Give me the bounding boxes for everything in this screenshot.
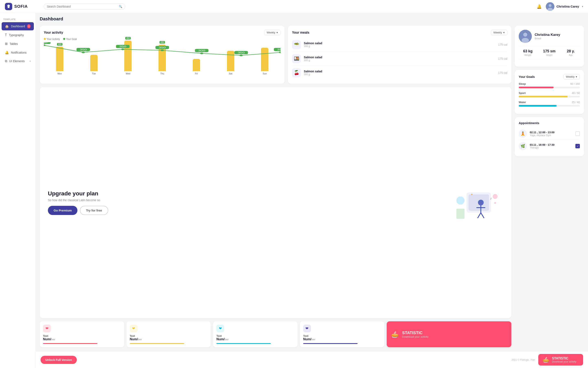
stats-row: ❤ Text Num/ber ❤ Text Num/ber ❤ Text Num… bbox=[40, 321, 511, 347]
sidebar-item-typography[interactable]: T Typography bbox=[2, 31, 34, 39]
svg-point-22 bbox=[279, 52, 281, 53]
meal-info-1: Salmon salad 300 g bbox=[304, 56, 495, 62]
appointments-title: Appointments bbox=[519, 121, 580, 125]
sidebar-item-ui-elements[interactable]: ⧉ UI Elements › bbox=[2, 57, 34, 65]
sidebar: TEMPLATE 🏠 Dashboard 9 T Typography ⊞ Ta… bbox=[0, 13, 36, 368]
upgrade-subtitle: So how did the classical Latin become so bbox=[48, 198, 445, 202]
goals-dropdown[interactable]: Weekly ▾ bbox=[563, 74, 580, 80]
sidebar-badge-dashboard: 9 bbox=[27, 24, 31, 28]
unlock-button[interactable]: Unlock Full Version bbox=[41, 356, 77, 364]
stat-num-0: Num/ber bbox=[43, 337, 121, 341]
logo-area: SOFIA bbox=[5, 3, 41, 10]
dropdown-arrow-icon-meals: ▾ bbox=[503, 31, 505, 34]
profile-stat-0: 63 kg Weight bbox=[519, 49, 537, 56]
svg-text:♪: ♪ bbox=[490, 197, 492, 200]
sidebar-label-notifications: Notifications bbox=[11, 51, 27, 54]
stat-icon-0: ❤ bbox=[43, 325, 51, 332]
sidebar-item-tables[interactable]: ⊞ Tables bbox=[2, 40, 34, 48]
meals-dropdown[interactable]: Weekly ▾ bbox=[491, 30, 507, 35]
profile-stat-label-0: Weight bbox=[519, 54, 537, 56]
search-icon: 🔍 bbox=[119, 5, 122, 8]
meal-amount-2: 300 g bbox=[304, 73, 495, 76]
meal-row-1: 🍱 Salmon salad 300 g 175 cal bbox=[292, 52, 507, 66]
stat-num-1: Num/ber bbox=[130, 337, 208, 341]
profile-stat-label-2: Age bbox=[562, 54, 580, 56]
stat-text-1: Text bbox=[130, 334, 208, 337]
activity-dropdown[interactable]: Weekly ▾ bbox=[264, 30, 281, 35]
sidebar-item-dashboard[interactable]: 🏠 Dashboard 9 bbox=[2, 22, 34, 30]
stat-card-0: ❤ Text Num/ber bbox=[40, 321, 124, 347]
meal-calories-1: 175 cal bbox=[498, 57, 507, 60]
goal-label-row-1: Sport 40 / 50 bbox=[519, 92, 580, 94]
stat-card-2: ❤ Text Num/ber bbox=[213, 321, 297, 347]
stat-text-0: Text bbox=[43, 334, 121, 337]
stat-icon-1: ❤ bbox=[130, 325, 138, 332]
sidebar-section-label: TEMPLATE bbox=[0, 16, 36, 22]
meal-icon-1: 🍱 bbox=[292, 54, 301, 63]
upgrade-actions: Go Premium Try for free bbox=[48, 206, 445, 215]
upgrade-card: Upgrade your plan So how did the classic… bbox=[40, 87, 511, 318]
main-layout: TEMPLATE 🏠 Dashboard 9 T Typography ⊞ Ta… bbox=[0, 13, 588, 368]
meal-name-2: Salmon salad bbox=[304, 70, 495, 73]
goals-title: Your Goals bbox=[519, 75, 535, 78]
pie-chart-icon: 🥧 bbox=[542, 356, 550, 363]
svg-text:350: 350 bbox=[44, 42, 47, 44]
svg-text:350: 350 bbox=[119, 46, 126, 48]
statistic-big-card[interactable]: 🥧 STATISTIC Download your activity bbox=[387, 321, 511, 347]
go-premium-button[interactable]: Go Premium bbox=[48, 206, 77, 215]
goal-values-2: 25 / 40 bbox=[572, 101, 580, 104]
goals-dropdown-arrow: ▾ bbox=[576, 75, 577, 78]
user-profile-area[interactable]: Christina Carey ▾ bbox=[546, 2, 583, 11]
sidebar-item-notifications[interactable]: 🔔 Notifications bbox=[2, 48, 34, 56]
goal-row-sleep: Sleep 92 / 160 bbox=[519, 82, 580, 88]
notification-button[interactable]: 🔔 bbox=[537, 4, 542, 9]
svg-point-7 bbox=[82, 52, 85, 53]
profile-info: Christina Karey Brasil bbox=[535, 33, 560, 40]
goal-label-row-0: Sleep 92 / 160 bbox=[519, 82, 580, 85]
statistic-big-subtitle: Download your activity bbox=[402, 335, 429, 338]
chart-header: Your activity Weekly ▾ bbox=[44, 30, 281, 35]
statistic-text: STATISTIC Download your activity bbox=[552, 357, 576, 363]
statistic-subtitle: Download your activity bbox=[552, 360, 576, 363]
home-icon: 🏠 bbox=[5, 24, 9, 28]
appointment-checkbox-0[interactable] bbox=[575, 131, 580, 136]
bottom-bar: Unlock Full Version 2021 © Flatlogic. Ha… bbox=[36, 351, 588, 368]
meals-list: 🥗 Salmon salad 300 g 175 cal 🍱 Salmon sa… bbox=[292, 38, 507, 80]
profile-stat-value-1: 175 sm bbox=[540, 49, 558, 53]
stat-big-text: STATISTIC Download your activity bbox=[402, 331, 429, 338]
goals-header: Your Goals Weekly ▾ bbox=[519, 74, 580, 80]
meal-row-2: 🍒 Salmon salad 300 g 175 cal bbox=[292, 66, 507, 80]
search-area[interactable]: 🔍 bbox=[44, 3, 125, 9]
stat-bar-2 bbox=[216, 343, 271, 344]
svg-point-2 bbox=[549, 4, 551, 7]
user-name: Christina Carey bbox=[556, 5, 579, 8]
meal-row-0: 🥗 Salmon salad 300 g 175 cal bbox=[292, 38, 507, 52]
progress-fill-0 bbox=[519, 87, 554, 88]
search-input[interactable] bbox=[47, 5, 117, 8]
stat-text-2: Text bbox=[216, 334, 294, 337]
goals-card: Your Goals Weekly ▾ Sleep 92 / 160 Sport… bbox=[515, 70, 584, 114]
stat-bar-3 bbox=[303, 343, 358, 344]
profile-stat-2: 28 y. Age bbox=[562, 49, 580, 56]
upgrade-text: Upgrade your plan So how did the classic… bbox=[48, 190, 445, 215]
profile-card: Christina Karey Brasil 63 kg Weight175 s… bbox=[515, 26, 584, 67]
appointments-card: Appointments 🧘 02.11 , 12:00 - 13:00 Yog… bbox=[515, 117, 584, 156]
meal-info-2: Salmon salad 300 g bbox=[304, 70, 495, 76]
stat-card-1: ❤ Text Num/ber bbox=[127, 321, 211, 347]
svg-point-0 bbox=[8, 5, 9, 6]
profile-name: Christina Karey bbox=[535, 33, 560, 37]
meals-header: Your meals Weekly ▾ bbox=[292, 30, 507, 35]
statistic-preview-card[interactable]: 🥧 STATISTIC Download your activity bbox=[538, 354, 583, 366]
profile-location: Brasil bbox=[535, 37, 560, 40]
upgrade-illustration: ♪ ♫ ✦ bbox=[450, 184, 503, 221]
svg-text:♫: ♫ bbox=[494, 201, 496, 204]
appointment-checkbox-1[interactable]: ✓ bbox=[575, 144, 580, 148]
try-free-button[interactable]: Try for free bbox=[80, 206, 108, 215]
goal-row-sport: Sport 40 / 50 bbox=[519, 92, 580, 97]
svg-line-30 bbox=[478, 213, 481, 218]
legend-goal: Your Goal bbox=[63, 38, 77, 41]
left-column: Your activity Weekly ▾ Your Activity You… bbox=[40, 26, 511, 347]
appointments-list: 🧘 02.11 , 12:00 - 13:00 Yoga, Airplace G… bbox=[519, 128, 580, 152]
svg-text:350: 350 bbox=[238, 52, 245, 54]
bar-value-badge: 450 bbox=[125, 37, 131, 39]
